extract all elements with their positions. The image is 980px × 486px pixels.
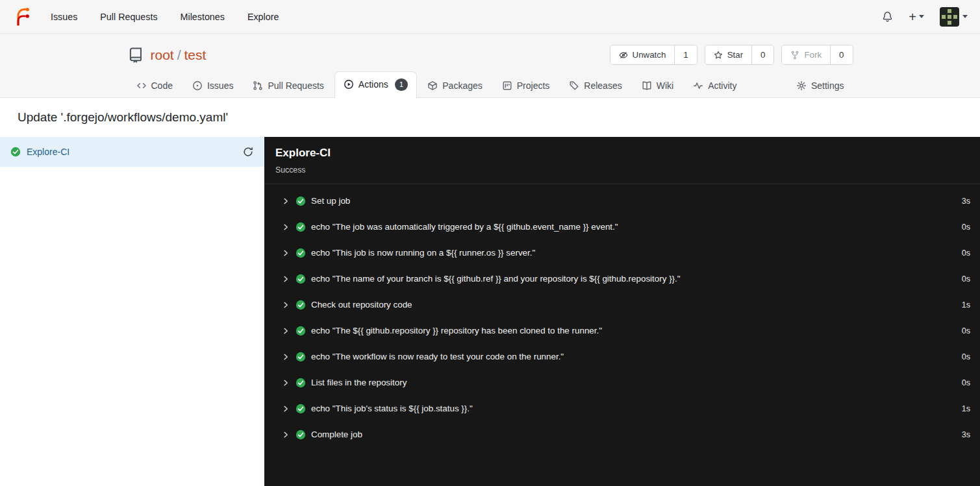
- success-check-icon: [295, 196, 306, 206]
- step-row[interactable]: Check out repository code 1s: [264, 292, 980, 318]
- sync-icon: [243, 147, 253, 157]
- step-duration: 0s: [962, 352, 970, 361]
- fork-icon: [790, 51, 799, 60]
- tab-label: Wiki: [657, 80, 673, 91]
- avatar: [940, 7, 959, 27]
- step-duration: 3s: [962, 197, 970, 206]
- nav-item-pull-requests[interactable]: Pull Requests: [100, 12, 157, 22]
- tab-releases[interactable]: Releases: [560, 73, 631, 98]
- repo-tabs: Code Issues Pull Request: [127, 71, 853, 97]
- caret-down-icon: [919, 15, 924, 18]
- success-check-icon: [295, 404, 306, 414]
- tab-actions[interactable]: Actions 1: [334, 71, 417, 98]
- step-duration: 0s: [962, 274, 970, 284]
- fork-label: Fork: [804, 50, 822, 60]
- step-row[interactable]: echo "The ${{ github.repository }} repos…: [264, 318, 980, 344]
- plus-icon: +: [909, 10, 916, 23]
- unwatch-button[interactable]: Unwatch: [610, 45, 675, 64]
- fork-button[interactable]: Fork: [782, 45, 831, 64]
- step-name: Set up job: [311, 196, 350, 206]
- create-new-button[interactable]: +: [909, 10, 924, 23]
- navbar-right: +: [882, 7, 968, 27]
- pull-request-icon: [253, 80, 263, 91]
- book-icon: [642, 80, 652, 91]
- tab-label: Pull Requests: [268, 80, 323, 91]
- star-label: Star: [727, 50, 743, 60]
- chevron-right-icon: [282, 405, 290, 413]
- tab-label: Actions: [358, 79, 388, 90]
- watch-count-button[interactable]: 1: [675, 45, 696, 64]
- tab-issues[interactable]: Issues: [183, 73, 242, 98]
- step-duration: 0s: [962, 378, 970, 387]
- tab-wiki[interactable]: Wiki: [633, 73, 683, 98]
- repo-icon: [127, 47, 144, 64]
- step-row[interactable]: echo "The job was automatically triggere…: [264, 214, 980, 240]
- step-name: Check out repository code: [311, 300, 412, 310]
- nav-item-milestones[interactable]: Milestones: [181, 12, 225, 22]
- nav-item-explore[interactable]: Explore: [247, 12, 279, 22]
- run-status: Success: [275, 165, 969, 175]
- success-check-icon: [295, 300, 306, 310]
- forgejo-logo[interactable]: [13, 7, 32, 27]
- success-check-icon: [10, 147, 21, 157]
- star-button[interactable]: Star: [705, 45, 752, 64]
- tab-code[interactable]: Code: [127, 73, 182, 98]
- step-row[interactable]: echo "This job is now running on a ${{ r…: [264, 240, 980, 266]
- gear-icon: [796, 80, 807, 91]
- step-duration: 1s: [962, 300, 970, 310]
- step-row[interactable]: List files in the repository 0s: [264, 370, 980, 396]
- top-navbar: Issues Pull Requests Milestones Explore …: [0, 0, 980, 34]
- actions-count-badge: 1: [395, 79, 408, 91]
- tab-projects[interactable]: Projects: [493, 73, 559, 98]
- run-log-panel: Explore-CI Success: [264, 137, 980, 486]
- project-board-icon: [502, 80, 512, 91]
- eye-off-icon: [619, 51, 628, 60]
- tab-label: Issues: [207, 80, 233, 91]
- step-name: echo "This job's status is ${{ job.statu…: [311, 404, 473, 413]
- code-icon: [136, 80, 147, 91]
- rerun-button[interactable]: [243, 147, 253, 157]
- step-duration: 3s: [962, 430, 970, 439]
- tab-label: Activity: [708, 80, 736, 91]
- repo-title-row: root / test Unwatch: [127, 45, 853, 65]
- nav-item-issues[interactable]: Issues: [51, 12, 77, 22]
- tab-activity[interactable]: Activity: [684, 73, 746, 98]
- star-count-button[interactable]: 0: [752, 45, 773, 64]
- repo-header: root / test Unwatch: [0, 34, 980, 98]
- fork-count-button[interactable]: 0: [831, 45, 852, 64]
- step-row[interactable]: echo "The workflow is now ready to test …: [264, 344, 980, 370]
- tab-pull-requests[interactable]: Pull Requests: [244, 73, 333, 98]
- run-title: Explore-CI: [275, 147, 969, 160]
- repo-owner-link[interactable]: root: [151, 47, 174, 63]
- step-name: echo "The job was automatically triggere…: [311, 222, 618, 232]
- step-row[interactable]: echo "This job's status is ${{ job.statu…: [264, 396, 980, 422]
- chevron-right-icon: [282, 223, 290, 231]
- success-check-icon: [295, 378, 306, 388]
- success-check-icon: [295, 248, 306, 258]
- jobs-sidebar: Explore-CI: [0, 137, 264, 486]
- chevron-right-icon: [282, 327, 290, 335]
- job-item-explore-ci[interactable]: Explore-CI: [0, 137, 264, 167]
- tab-settings[interactable]: Settings: [787, 73, 853, 98]
- step-row[interactable]: Complete job 3s: [264, 422, 980, 448]
- success-check-icon: [295, 430, 306, 440]
- play-circle-icon: [344, 79, 354, 90]
- step-name: Complete job: [311, 430, 362, 439]
- job-name: Explore-CI: [27, 147, 69, 157]
- star-button-group: Star 0: [705, 45, 775, 65]
- run-log-header: Explore-CI Success: [264, 137, 980, 184]
- step-row[interactable]: echo "The name of your branch is ${{ git…: [264, 266, 980, 292]
- chevron-right-icon: [282, 431, 290, 439]
- step-name: echo "The workflow is now ready to test …: [311, 352, 564, 361]
- chevron-right-icon: [282, 353, 290, 361]
- forgejo-logo-icon: [13, 7, 32, 27]
- step-row[interactable]: Set up job 3s: [264, 188, 980, 214]
- success-check-icon: [295, 274, 306, 284]
- repo-name-link[interactable]: test: [184, 47, 207, 63]
- notifications-button[interactable]: [882, 11, 893, 22]
- step-name: List files in the repository: [311, 378, 407, 387]
- tab-packages[interactable]: Packages: [418, 73, 491, 98]
- step-name: echo "The ${{ github.repository }} repos…: [311, 326, 602, 335]
- user-menu-button[interactable]: [940, 7, 968, 27]
- star-icon: [714, 51, 723, 60]
